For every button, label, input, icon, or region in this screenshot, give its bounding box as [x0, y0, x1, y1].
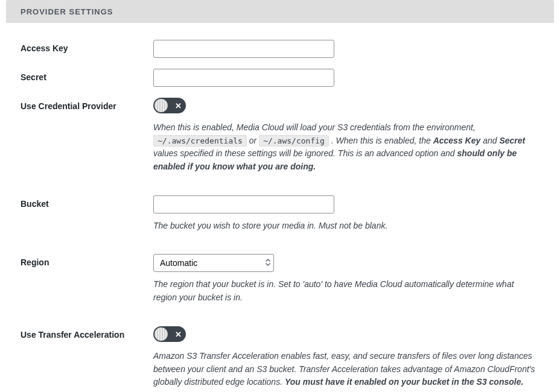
x-icon: ✕: [175, 101, 182, 110]
label-access-key: Access Key: [21, 40, 153, 53]
use-credential-provider-toggle[interactable]: ✕: [153, 98, 186, 113]
desc-text: . When this is enabled, the: [331, 136, 433, 145]
row-use-credential-provider: Use Credential Provider ✕ When this is e…: [21, 87, 539, 174]
select-wrap: Automatic: [153, 254, 274, 272]
label-region: Region: [21, 254, 153, 267]
label-transfer-acceleration: Use Transfer Acceleration: [21, 326, 153, 340]
desc-text: values specified in these settings will …: [153, 148, 457, 158]
row-secret: Secret: [21, 58, 539, 87]
toggle-knob: [154, 327, 168, 341]
transfer-acceleration-toggle[interactable]: ✕: [153, 326, 186, 342]
panel-title: PROVIDER SETTINGS: [21, 7, 113, 16]
code-aws-config: ~/.aws/config: [259, 135, 329, 147]
desc-bucket: The bucket you wish to store your media …: [153, 220, 539, 233]
desc-text: and: [483, 136, 499, 145]
control-access-key: [153, 40, 539, 58]
strong-note: You must have it enabled on your bucket …: [285, 377, 523, 387]
region-select[interactable]: Automatic: [153, 254, 274, 272]
control-secret: [153, 69, 539, 87]
row-transfer-acceleration: Use Transfer Acceleration ✕ Amazon S3 Tr…: [21, 315, 539, 389]
x-icon: ✕: [175, 329, 182, 338]
row-access-key: Access Key: [21, 29, 539, 58]
label-use-credential-provider: Use Credential Provider: [21, 98, 153, 111]
desc-text: When this is enabled, Media Cloud will l…: [153, 122, 476, 132]
control-bucket: The bucket you wish to store your media …: [153, 195, 539, 233]
strong-secret: Secret: [499, 136, 525, 145]
desc-use-credential-provider: When this is enabled, Media Cloud will l…: [153, 121, 539, 174]
secret-input[interactable]: [153, 69, 334, 87]
panel-body: Access Key Secret Use Credential Provide…: [6, 23, 554, 392]
desc-transfer-acceleration: Amazon S3 Transfer Acceleration enables …: [153, 350, 539, 389]
provider-settings-panel: PROVIDER SETTINGS Access Key Secret Use …: [6, 0, 554, 392]
control-region: Automatic The region that your bucket is…: [153, 254, 539, 304]
code-aws-credentials: ~/.aws/credentials: [153, 135, 247, 147]
control-use-credential-provider: ✕ When this is enabled, Media Cloud will…: [153, 98, 539, 174]
bucket-input[interactable]: [153, 195, 334, 213]
strong-access-key: Access Key: [433, 136, 481, 145]
row-bucket: Bucket The bucket you wish to store your…: [21, 185, 539, 233]
access-key-input[interactable]: [153, 40, 334, 58]
row-region: Region Automatic The region that your bu…: [21, 243, 539, 304]
toggle-knob: [154, 99, 168, 112]
control-transfer-acceleration: ✕ Amazon S3 Transfer Acceleration enable…: [153, 326, 539, 389]
desc-text: or: [249, 136, 259, 145]
label-bucket: Bucket: [21, 195, 153, 209]
panel-header: PROVIDER SETTINGS: [6, 0, 554, 23]
label-secret: Secret: [21, 69, 153, 82]
desc-region: The region that your bucket is in. Set t…: [153, 278, 539, 304]
